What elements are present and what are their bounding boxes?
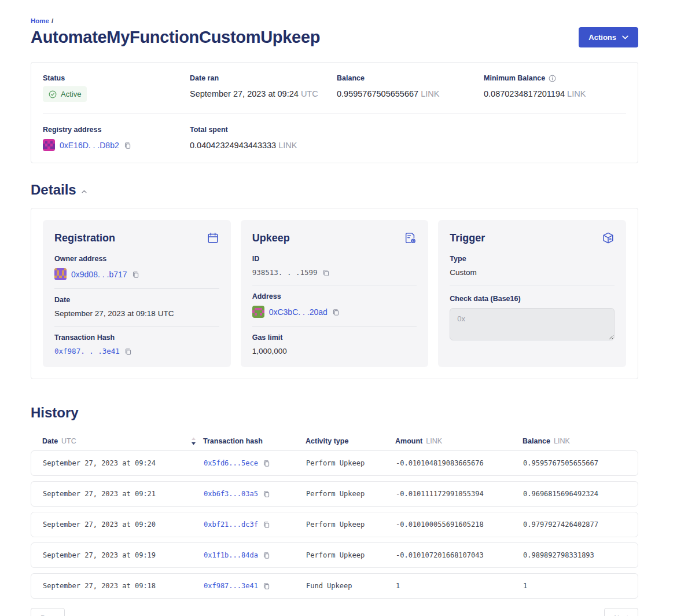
row-balance: 1 — [523, 582, 626, 590]
chevron-up-icon — [82, 190, 87, 193]
copy-icon — [263, 459, 270, 467]
actions-button[interactable]: Actions — [579, 27, 638, 47]
summary-divider — [43, 113, 626, 114]
copy-tx-button[interactable] — [263, 551, 270, 559]
copy-registration-tx-button[interactable] — [124, 347, 132, 355]
status-badge: Active — [43, 86, 87, 102]
copy-registry-address-button[interactable] — [124, 141, 131, 149]
row-activity: Perform Upkeep — [306, 551, 396, 559]
next-button[interactable]: Next — [604, 608, 638, 616]
upkeep-address-label: Address — [252, 292, 417, 300]
row-activity: Perform Upkeep — [306, 520, 396, 529]
check-data-textarea[interactable] — [450, 308, 615, 340]
balance-value: 0.9595767505655667 LINK — [337, 89, 484, 98]
row-date: September 27, 2023 at 09:19 — [43, 551, 204, 559]
owner-address-link[interactable]: 0x9d08. . .b717 — [71, 270, 127, 279]
trigger-title: Trigger — [450, 232, 485, 244]
column-header-tx: Transaction hash — [203, 437, 306, 445]
date-ran-value: September 27, 2023 at 09:24 UTC — [190, 89, 337, 98]
registry-address-label: Registry address — [43, 126, 190, 134]
upkeep-title: Upkeep — [252, 232, 290, 244]
copy-icon — [263, 520, 270, 529]
table-row: September 27, 2023 at 09:18 0xf987...3e4… — [31, 573, 638, 599]
registration-card: Registration Owner address 0x9d08. . .b7… — [43, 220, 231, 367]
upkeep-details-page: Home/ AutomateMyFunctionCustomUpkeep Act… — [31, 0, 638, 616]
row-tx-link[interactable]: 0x5fd6...5ece — [204, 459, 258, 467]
registry-address-link[interactable]: 0xE16D. . .D8b2 — [60, 141, 119, 150]
sort-icon — [191, 437, 196, 445]
copy-icon — [132, 270, 139, 278]
copy-icon — [332, 308, 340, 316]
copy-owner-address-button[interactable] — [132, 270, 139, 278]
column-header-balance: BalanceLINK — [523, 437, 627, 445]
total-spent-label: Total spent — [190, 126, 337, 134]
prev-button[interactable]: Prev — [31, 608, 65, 616]
row-amount: -0.010104819083665676 — [396, 459, 523, 467]
transaction-hash-label: Transaction Hash — [54, 333, 219, 342]
owner-blockie-avatar — [54, 268, 67, 280]
sort-date-button[interactable] — [191, 437, 196, 445]
registration-date-label: Date — [54, 296, 219, 304]
history-table-header: DateUTC Transaction hash Activity type A… — [31, 437, 638, 445]
copy-upkeep-id-button[interactable] — [322, 269, 330, 277]
row-amount: 1 — [396, 582, 523, 590]
details-panel: Registration Owner address 0x9d08. . .b7… — [31, 208, 638, 379]
total-spent-value: 0.04042324943443333 LINK — [190, 141, 337, 150]
trigger-type-section: Type Custom — [450, 248, 615, 285]
collapse-details-button[interactable] — [82, 190, 87, 193]
details-heading: Details — [31, 182, 76, 198]
page-title: AutomateMyFunctionCustomUpkeep — [31, 28, 320, 47]
copy-tx-button[interactable] — [263, 520, 270, 529]
min-balance-value: 0.0870234817201194 LINK — [484, 89, 626, 98]
cube-icon — [602, 232, 615, 244]
breadcrumb: Home/ — [31, 17, 638, 24]
check-data-label: Check data (Base16) — [450, 295, 615, 303]
row-activity: Fund Upkeep — [306, 582, 396, 590]
info-icon[interactable] — [549, 75, 556, 82]
date-ran-cell: Date ran September 27, 2023 at 09:24 UTC — [190, 74, 337, 102]
document-gear-icon — [404, 232, 417, 244]
pagination-summary: Showing 1 to 5 of 5 entries — [288, 614, 381, 616]
check-circle-icon — [49, 90, 57, 98]
row-activity: Perform Upkeep — [306, 459, 396, 467]
copy-icon — [322, 269, 330, 277]
row-tx-link[interactable]: 0xb6f3...03a5 — [204, 490, 258, 498]
copy-tx-button[interactable] — [263, 459, 270, 467]
trigger-type-label: Type — [450, 255, 615, 263]
gas-limit-label: Gas limit — [252, 333, 417, 342]
row-activity: Perform Upkeep — [306, 490, 396, 498]
copy-tx-button[interactable] — [263, 582, 270, 590]
row-date: September 27, 2023 at 09:24 — [43, 459, 204, 467]
gas-limit-section: Gas limit 1,000,000 — [252, 327, 417, 358]
upkeep-address-link[interactable]: 0xC3bC. . .20ad — [269, 307, 328, 317]
row-tx-link[interactable]: 0xf987...3e41 — [204, 582, 258, 590]
copy-tx-button[interactable] — [263, 490, 270, 498]
balance-label: Balance — [337, 74, 484, 82]
copy-upkeep-address-button[interactable] — [332, 308, 340, 316]
balance-cell: Balance 0.9595767505655667 LINK — [337, 74, 484, 102]
row-date: September 27, 2023 at 09:21 — [43, 490, 204, 498]
row-balance: 0.9696815696492324 — [523, 490, 626, 498]
row-balance: 0.9595767505655667 — [523, 459, 626, 467]
summary-card: Status Active Date ran September 27, 202… — [31, 62, 638, 163]
history-heading: History — [31, 405, 638, 421]
table-row: September 27, 2023 at 09:20 0xbf21...dc3… — [31, 512, 638, 537]
breadcrumb-home-link[interactable]: Home — [31, 17, 49, 24]
total-spent-cell: Total spent 0.04042324943443333 LINK — [190, 126, 337, 151]
status-cell: Status Active — [43, 74, 190, 102]
copy-icon — [263, 582, 270, 590]
row-tx-link[interactable]: 0xbf21...dc3f — [204, 520, 258, 529]
row-amount: -0.010111172991055394 — [396, 490, 523, 498]
status-value: Active — [61, 90, 81, 98]
table-row: September 27, 2023 at 09:24 0x5fd6...5ec… — [31, 450, 638, 476]
registration-date-section: Date September 27, 2023 at 09:18 UTC — [54, 289, 219, 327]
chevron-down-icon — [622, 35, 628, 39]
registration-date-value: September 27, 2023 at 09:18 UTC — [54, 309, 219, 318]
upkeep-card: Upkeep ID 938513. . .1599 Address 0xC3bC… — [241, 220, 429, 367]
registration-tx-link[interactable]: 0xf987. . .3e41 — [54, 347, 120, 355]
copy-icon — [263, 551, 270, 559]
row-tx-link[interactable]: 0x1f1b...84da — [204, 551, 258, 559]
title-row: AutomateMyFunctionCustomUpkeep Actions — [31, 27, 638, 47]
min-balance-cell: Minimum Balance 0.0870234817201194 LINK — [484, 74, 626, 102]
calendar-icon — [207, 232, 219, 244]
